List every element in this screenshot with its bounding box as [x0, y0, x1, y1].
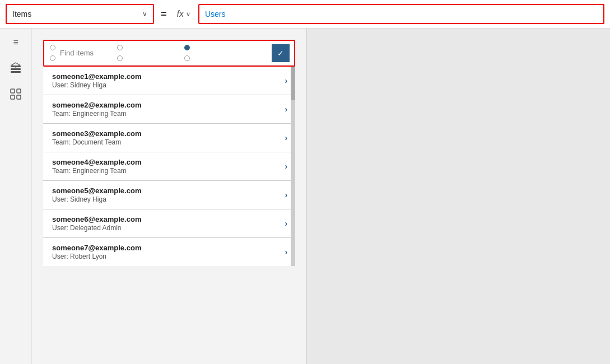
list-wrapper: someone1@example.com User: Sidney Higa ›… [43, 67, 295, 266]
fx-symbol: fx [177, 9, 184, 19]
list-item[interactable]: someone3@example.com Team: Document Team… [43, 124, 295, 152]
svg-rect-7 [17, 95, 21, 99]
list-item-email: someone1@example.com [52, 72, 141, 81]
list-item-text: someone5@example.com User: Sidney Higa [52, 186, 141, 203]
list-item-sub: User: Delegated Admin [52, 224, 141, 232]
list-item[interactable]: someone6@example.com User: Delegated Adm… [43, 209, 295, 238]
layers-icon[interactable] [8, 61, 23, 76]
list-item-chevron-icon: › [285, 76, 287, 85]
list-item-chevron-icon: › [285, 248, 287, 256]
main-area: ≡ [0, 29, 610, 364]
list-item-sub: Team: Engineering Team [52, 110, 141, 118]
list-item-email: someone7@example.com [52, 244, 141, 252]
hamburger-icon[interactable]: ≡ [8, 35, 23, 50]
right-panel [306, 29, 610, 364]
scroll-track[interactable] [291, 67, 295, 266]
list-item-sub: User: Sidney Higa [52, 81, 141, 89]
list-item-chevron-icon: › [285, 105, 287, 114]
top-bar: Items ∨ = fx ∨ Users [0, 0, 610, 29]
resize-dot-top-right[interactable] [184, 45, 190, 50]
list-item-chevron-icon: › [285, 133, 287, 142]
list-item-email: someone3@example.com [52, 129, 141, 138]
list-item-chevron-icon: › [285, 219, 287, 228]
resize-dot-bottom-right [184, 55, 190, 61]
search-row: ✓ [44, 41, 294, 66]
resize-dot-top-left [50, 45, 55, 50]
list-item[interactable]: someone4@example.com Team: Engineering T… [43, 152, 295, 181]
list-item-text: someone2@example.com Team: Engineering T… [52, 101, 141, 118]
dropdown-container: ✓ [43, 40, 295, 67]
list-item-sub: User: Sidney Higa [52, 195, 141, 203]
svg-rect-6 [11, 95, 15, 99]
list-item-chevron-icon: › [285, 162, 287, 171]
search-dropdown-button[interactable]: ✓ [272, 44, 290, 62]
list-item-sub: Team: Document Team [52, 138, 141, 146]
list-item-text: someone1@example.com User: Sidney Higa [52, 72, 141, 89]
list-item-text: someone3@example.com Team: Document Team [52, 129, 141, 146]
items-dropdown-arrow: ∨ [142, 10, 147, 18]
fx-area: fx ∨ [174, 4, 194, 24]
list-item[interactable]: someone1@example.com User: Sidney Higa › [43, 67, 295, 95]
list-item-email: someone6@example.com [52, 215, 141, 223]
list-item[interactable]: someone5@example.com User: Sidney Higa › [43, 181, 295, 209]
svg-rect-5 [17, 89, 21, 93]
grid-icon[interactable] [8, 87, 23, 101]
svg-rect-1 [11, 68, 21, 70]
equals-sign: = [159, 8, 169, 20]
list-item-text: someone4@example.com Team: Engineering T… [52, 158, 141, 175]
list-item-email: someone5@example.com [52, 186, 141, 195]
sidebar: ≡ [0, 29, 32, 364]
fx-chevron-icon: ∨ [186, 11, 190, 18]
items-dropdown-label: Items [12, 10, 31, 18]
resize-dot-bottom-center [117, 55, 123, 61]
content-panel: ✓ someone1@example.com User: Sidney Higa… [32, 29, 306, 364]
svg-rect-2 [11, 71, 21, 73]
users-field[interactable]: Users [198, 4, 604, 24]
users-field-value: Users [205, 10, 226, 18]
list-item-chevron-icon: › [285, 190, 287, 199]
list-item[interactable]: someone2@example.com Team: Engineering T… [43, 95, 295, 124]
list-item-email: someone2@example.com [52, 101, 141, 109]
items-dropdown[interactable]: Items ∨ [6, 4, 154, 24]
scroll-thumb [291, 67, 295, 100]
list-item-sub: User: Robert Lyon [52, 253, 141, 260]
items-list: someone1@example.com User: Sidney Higa ›… [43, 67, 295, 266]
list-item-email: someone4@example.com [52, 158, 141, 166]
resize-dot-top-center [117, 45, 123, 50]
resize-dot-bottom-left [50, 55, 55, 61]
list-item-text: someone6@example.com User: Delegated Adm… [52, 215, 141, 232]
svg-rect-4 [11, 89, 15, 93]
list-item[interactable]: someone7@example.com User: Robert Lyon › [43, 238, 295, 266]
list-item-text: someone7@example.com User: Robert Lyon [52, 244, 141, 260]
list-item-sub: Team: Engineering Team [52, 167, 141, 175]
